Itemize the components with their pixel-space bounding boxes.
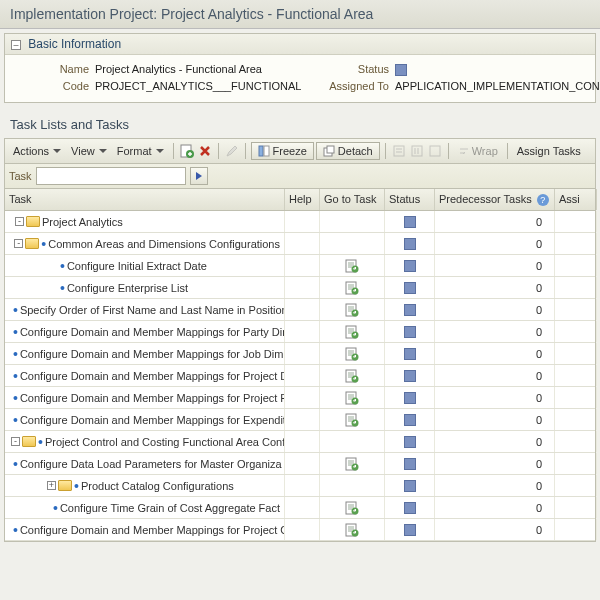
goto-task-icon[interactable]: [345, 325, 359, 339]
view-menu[interactable]: View: [67, 143, 111, 159]
svg-rect-3: [264, 146, 269, 156]
table-row[interactable]: -Project Analytics0: [5, 211, 595, 233]
predecessor-cell: 0: [435, 519, 555, 540]
goto-cell[interactable]: [320, 343, 385, 364]
task-filter-input[interactable]: [36, 167, 186, 185]
table-row[interactable]: •Configure Domain and Member Mappings fo…: [5, 519, 595, 541]
table-row[interactable]: •Configure Domain and Member Mappings fo…: [5, 321, 595, 343]
actions-menu[interactable]: Actions: [9, 143, 65, 159]
goto-cell[interactable]: [320, 409, 385, 430]
predecessor-cell: 0: [435, 277, 555, 298]
table-row[interactable]: •Configure Domain and Member Mappings fo…: [5, 343, 595, 365]
table-row[interactable]: •Configure Enterprise List0: [5, 277, 595, 299]
goto-task-icon[interactable]: [345, 501, 359, 515]
assigned-cell: [555, 475, 597, 496]
col-help[interactable]: Help: [285, 189, 320, 210]
basic-info-header[interactable]: – Basic Information: [5, 34, 595, 55]
detach-button[interactable]: Detach: [316, 142, 380, 160]
task-cell: •Configure Domain and Member Mappings fo…: [5, 387, 285, 408]
table-row[interactable]: -•Common Areas and Dimensions Configurat…: [5, 233, 595, 255]
goto-task-icon[interactable]: [345, 369, 359, 383]
expand-icon[interactable]: +: [47, 481, 56, 490]
col-predecessor[interactable]: Predecessor Tasks ?: [435, 189, 555, 210]
help-cell: [285, 387, 320, 408]
task-cell: •Configure Domain and Member Mappings fo…: [5, 321, 285, 342]
goto-task-icon[interactable]: [345, 259, 359, 273]
separator: [448, 143, 449, 159]
goto-task-icon[interactable]: [345, 413, 359, 427]
status-cell: [385, 343, 435, 364]
col-task[interactable]: Task: [5, 189, 285, 210]
task-label: Configure Domain and Member Mappings for…: [20, 392, 285, 404]
status-cell: [385, 255, 435, 276]
table-row[interactable]: •Configure Initial Extract Date0: [5, 255, 595, 277]
status-cell: [385, 497, 435, 518]
col-goto[interactable]: Go to Task: [320, 189, 385, 210]
add-icon[interactable]: [179, 143, 195, 159]
filter-go-button[interactable]: [190, 167, 208, 185]
separator: [218, 143, 219, 159]
col-status[interactable]: Status: [385, 189, 435, 210]
task-label: Product Catalog Configurations: [81, 480, 234, 492]
basic-info-title: Basic Information: [28, 37, 121, 51]
goto-cell[interactable]: [320, 321, 385, 342]
folder-icon: [26, 216, 40, 227]
status-indicator-icon: [404, 216, 416, 228]
goto-task-icon[interactable]: [345, 523, 359, 537]
assign-tasks-button[interactable]: Assign Tasks: [513, 143, 585, 159]
collapse-icon[interactable]: –: [11, 40, 21, 50]
goto-cell[interactable]: [320, 387, 385, 408]
goto-task-icon[interactable]: [345, 457, 359, 471]
col-predecessor-label: Predecessor Tasks: [439, 193, 532, 205]
goto-task-icon[interactable]: [345, 391, 359, 405]
help-cell: [285, 497, 320, 518]
table-row[interactable]: •Configure Domain and Member Mappings fo…: [5, 387, 595, 409]
goto-cell[interactable]: [320, 453, 385, 474]
table-row[interactable]: +•Product Catalog Configurations0: [5, 475, 595, 497]
table-row[interactable]: •Specify Order of First Name and Last Na…: [5, 299, 595, 321]
help-icon[interactable]: ?: [537, 194, 549, 206]
help-cell: [285, 299, 320, 320]
assigned-cell: [555, 211, 597, 232]
goto-cell[interactable]: [320, 365, 385, 386]
assigned-cell: [555, 321, 597, 342]
task-label: Configure Domain and Member Mappings for…: [20, 370, 285, 382]
status-cell: [385, 211, 435, 232]
collapse-icon[interactable]: -: [11, 437, 20, 446]
collapse-icon[interactable]: -: [15, 217, 24, 226]
predecessor-cell: 0: [435, 431, 555, 452]
table-row[interactable]: -•Project Control and Costing Functional…: [5, 431, 595, 453]
goto-task-icon[interactable]: [345, 347, 359, 361]
col-assigned[interactable]: Assi: [555, 189, 597, 210]
bullet-icon: •: [13, 371, 18, 381]
status-indicator-icon: [404, 524, 416, 536]
table-row[interactable]: •Configure Domain and Member Mappings fo…: [5, 365, 595, 387]
freeze-button[interactable]: Freeze: [251, 142, 314, 160]
status-indicator-icon: [404, 282, 416, 294]
goto-cell[interactable]: [320, 519, 385, 540]
help-cell: [285, 475, 320, 496]
status-indicator-icon: [404, 304, 416, 316]
format-menu[interactable]: Format: [113, 143, 168, 159]
table-row[interactable]: •Configure Data Load Parameters for Mast…: [5, 453, 595, 475]
status-indicator-icon: [404, 480, 416, 492]
goto-cell[interactable]: [320, 497, 385, 518]
task-cell: •Configure Data Load Parameters for Mast…: [5, 453, 285, 474]
collapse-icon[interactable]: -: [14, 239, 23, 248]
goto-cell[interactable]: [320, 299, 385, 320]
status-indicator-icon: [404, 238, 416, 250]
task-cell: •Configure Domain and Member Mappings fo…: [5, 409, 285, 430]
filter-label: Task: [9, 170, 32, 182]
status-indicator-icon: [404, 326, 416, 338]
goto-task-icon[interactable]: [345, 281, 359, 295]
goto-cell[interactable]: [320, 277, 385, 298]
goto-task-icon[interactable]: [345, 303, 359, 317]
delete-icon[interactable]: [197, 143, 213, 159]
show-as-top-icon: [427, 143, 443, 159]
task-label: Specify Order of First Name and Last Nam…: [20, 304, 285, 316]
predecessor-cell: 0: [435, 299, 555, 320]
table-row[interactable]: •Configure Time Grain of Cost Aggregate …: [5, 497, 595, 519]
goto-cell[interactable]: [320, 255, 385, 276]
table-row[interactable]: •Configure Domain and Member Mappings fo…: [5, 409, 595, 431]
separator: [385, 143, 386, 159]
